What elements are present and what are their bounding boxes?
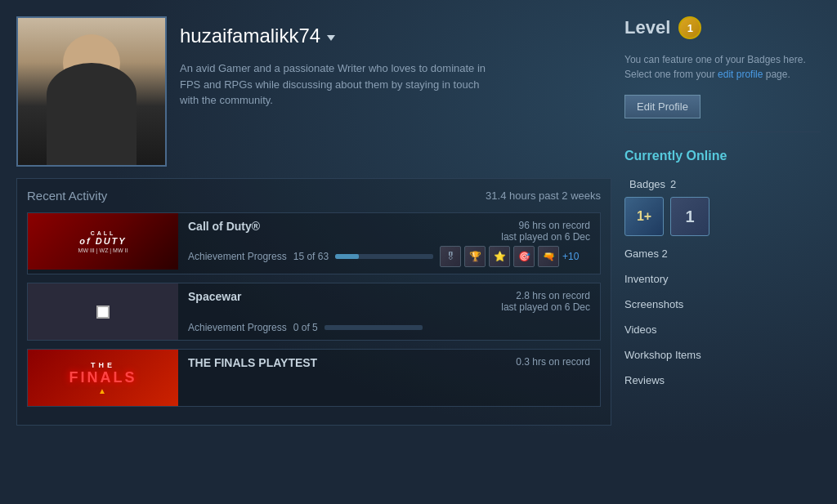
- activity-title: Recent Activity: [27, 189, 107, 203]
- ach-icon-5: 🔫: [538, 246, 559, 267]
- game-details-finals: THE FINALS PLAYTEST 0.3 hrs on record: [178, 350, 600, 406]
- ach-count-cod: 15 of 63: [293, 251, 329, 262]
- bio-text: An avid Gamer and a passionate Writer wh…: [180, 60, 490, 109]
- achievement-row-cod: Achievement Progress 15 of 63 🎖 🏆 ⭐ 🎯 🔫 …: [188, 246, 590, 267]
- level-badge: 1: [678, 16, 701, 39]
- badges-row: 1+ 1: [624, 197, 821, 236]
- game-hours-spacewar: 2.8 hrs on record: [501, 290, 590, 301]
- username-dropdown-arrow[interactable]: [327, 35, 335, 41]
- profile-info: huzaifamalikk74 An avid Gamer and a pass…: [180, 16, 611, 109]
- online-status: Currently Online: [624, 149, 821, 163]
- avatar: [16, 16, 167, 167]
- game-meta-finals: 0.3 hrs on record: [516, 356, 590, 368]
- games-count-link[interactable]: Games 2: [624, 246, 821, 261]
- game-item-finals[interactable]: THE FINALS ▲ THE FINALS PLAYTEST 0.3 hrs…: [27, 349, 601, 407]
- badge-item-2[interactable]: 1: [670, 197, 709, 236]
- level-section: Level 1: [624, 16, 821, 39]
- game-thumbnail-finals: THE FINALS ▲: [28, 350, 178, 406]
- badges-label: Badges2: [624, 178, 821, 190]
- videos-link[interactable]: Videos: [624, 322, 821, 337]
- edit-profile-button[interactable]: Edit Profile: [624, 95, 700, 118]
- game-details-spacewar: Spacewar 2.8 hrs on record last played o…: [178, 283, 600, 340]
- game-hours-cod: 96 hrs on record: [501, 220, 590, 231]
- badge-hint-text: You can feature one of your Badges here.…: [624, 52, 821, 82]
- ach-icon-4: 🎯: [513, 246, 535, 267]
- achievement-row-spacewar: Achievement Progress 0 of 5: [188, 322, 590, 333]
- badge-item-1[interactable]: 1+: [624, 197, 664, 236]
- game-details-cod: Call of Duty® 96 hrs on record last play…: [178, 213, 600, 274]
- edit-profile-link[interactable]: edit profile: [718, 69, 763, 80]
- game-name-cod: Call of Duty®: [188, 220, 260, 233]
- right-sidebar: Level 1 You can feature one of your Badg…: [624, 16, 821, 488]
- progress-bar-spacewar: [325, 325, 423, 330]
- inventory-link[interactable]: Inventory: [624, 271, 821, 287]
- badge-hint-box: You can feature one of your Badges here.…: [624, 52, 821, 82]
- game-lastplayed-cod: last played on 6 Dec: [501, 231, 590, 243]
- achievement-icons-cod: 🎖 🏆 ⭐ 🎯 🔫 +10: [440, 246, 579, 267]
- game-meta-spacewar: 2.8 hrs on record last played on 6 Dec: [501, 290, 590, 313]
- divider: [624, 132, 821, 132]
- ach-icon-2: 🏆: [464, 246, 486, 267]
- game-hours-finals: 0.3 hrs on record: [516, 356, 590, 368]
- level-label: Level: [624, 17, 670, 38]
- edit-profile-btn-wrap: Edit Profile: [624, 91, 821, 118]
- progress-fill-cod: [335, 254, 359, 259]
- ach-label-cod: Achievement Progress: [188, 251, 287, 262]
- game-item-spacewar[interactable]: Spacewar 2.8 hrs on record last played o…: [27, 283, 601, 341]
- workshop-items-link[interactable]: Workshop Items: [624, 347, 821, 363]
- game-thumbnail-spacewar: [28, 283, 178, 340]
- username: huzaifamalikk74: [180, 25, 320, 47]
- reviews-link[interactable]: Reviews: [624, 372, 821, 388]
- broken-image-icon: [96, 306, 110, 319]
- recent-activity-section: Recent Activity 31.4 hours past 2 weeks …: [16, 178, 611, 426]
- screenshots-link[interactable]: Screenshots: [624, 297, 821, 312]
- game-meta-cod: 96 hrs on record last played on 6 Dec: [501, 220, 590, 243]
- ach-icon-1: 🎖: [440, 246, 461, 267]
- activity-hours: 31.4 hours past 2 weeks: [486, 190, 601, 202]
- game-name-finals: THE FINALS PLAYTEST: [188, 356, 317, 369]
- game-name-spacewar: Spacewar: [188, 290, 241, 303]
- game-item-cod[interactable]: CALL of DUTY MW III | WZ | MW II Call of…: [27, 212, 601, 274]
- ach-label-spacewar: Achievement Progress: [188, 322, 287, 333]
- progress-bar-cod: [335, 254, 433, 259]
- ach-more-cod: +10: [562, 251, 579, 262]
- ach-icon-3: ⭐: [489, 246, 510, 267]
- badges-section: Badges2 1+ 1: [624, 178, 821, 236]
- profile-header: huzaifamalikk74 An avid Gamer and a pass…: [16, 16, 611, 167]
- game-lastplayed-spacewar: last played on 6 Dec: [501, 301, 590, 313]
- game-thumbnail-cod: CALL of DUTY MW III | WZ | MW II: [28, 213, 178, 270]
- ach-count-spacewar: 0 of 5: [293, 322, 318, 333]
